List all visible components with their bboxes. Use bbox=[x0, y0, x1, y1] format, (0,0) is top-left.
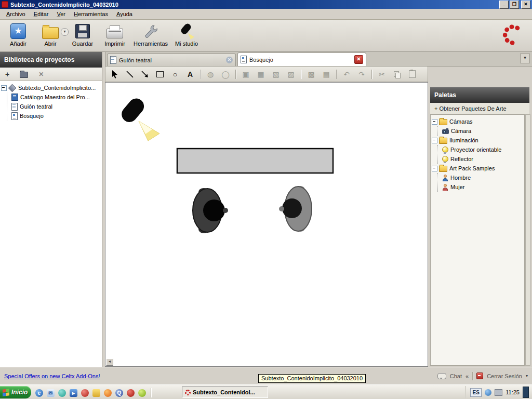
actor-dark-object[interactable] bbox=[193, 188, 228, 233]
firefox-icon[interactable] bbox=[104, 389, 112, 397]
show-desktop-corner[interactable] bbox=[523, 387, 529, 398]
add-item-icon[interactable] bbox=[5, 71, 9, 78]
maximize-button[interactable]: ❐ bbox=[510, 1, 519, 9]
folder-shortcut-icon[interactable] bbox=[92, 389, 100, 397]
logout-icon[interactable] bbox=[476, 373, 483, 379]
tools-button[interactable]: Herramientas bbox=[131, 22, 170, 47]
print-button[interactable]: Imprimir bbox=[99, 22, 131, 47]
palette-group-iluminacion[interactable]: Iluminación bbox=[432, 136, 523, 145]
open-button[interactable]: Abrir bbox=[34, 22, 66, 47]
wrench-icon bbox=[134, 22, 168, 40]
close-button[interactable]: ✕ bbox=[521, 1, 530, 9]
internet-explorer-icon[interactable]: e bbox=[35, 389, 43, 397]
chat-label[interactable]: Chat bbox=[450, 373, 462, 379]
cut-icon[interactable]: ✂ bbox=[377, 69, 387, 79]
rectangle-tool-icon[interactable] bbox=[155, 69, 165, 79]
expander-icon[interactable] bbox=[432, 119, 437, 125]
messenger-icon[interactable] bbox=[58, 389, 66, 397]
tree-item-project-root[interactable]: Subtexto_ContenidoImplicito... bbox=[1, 83, 101, 92]
add-button[interactable]: Añadir bbox=[2, 22, 34, 47]
woman-icon bbox=[442, 184, 448, 191]
mi-studio-button[interactable]: Mi studio bbox=[170, 22, 203, 47]
tree-item-guion-teatral[interactable]: Guión teatral bbox=[11, 102, 101, 111]
tab-close-icon[interactable] bbox=[226, 57, 233, 63]
palette-item-reflector[interactable]: Reflector bbox=[442, 154, 523, 164]
delete-item-icon[interactable] bbox=[38, 71, 44, 78]
arrow-tool-icon[interactable] bbox=[140, 69, 150, 79]
minimize-button[interactable]: _ bbox=[499, 1, 509, 9]
palette-item-hombre[interactable]: Hombre bbox=[442, 173, 523, 182]
tree-item-bosquejo[interactable]: Bosquejo bbox=[11, 111, 101, 121]
tab-close-icon[interactable] bbox=[354, 55, 363, 64]
acrobat-icon[interactable] bbox=[127, 389, 135, 397]
align-left-icon[interactable]: ▣ bbox=[241, 69, 251, 79]
tab-guion-teatral[interactable]: Guión teatral bbox=[107, 54, 236, 66]
actor-gray-object[interactable] bbox=[279, 186, 312, 232]
canvas-scroll-corner[interactable]: ◄ bbox=[106, 358, 113, 366]
new-folder-icon[interactable] bbox=[20, 72, 28, 78]
drawing-toolbar: ○ A ◍ ◯ ▣ ▦ ▧ ▨ ▩ ▤ ↶ ↷ ✂ bbox=[105, 66, 428, 82]
sketch-canvas[interactable]: ◄ bbox=[105, 82, 428, 367]
quicktime-icon[interactable]: Q bbox=[115, 389, 123, 397]
paste-icon[interactable] bbox=[407, 69, 417, 79]
window-titlebar: Subtexto_ContenidoImplicito_04032010 _ ❐… bbox=[0, 0, 532, 9]
language-indicator[interactable]: ES bbox=[470, 388, 482, 397]
bring-forward-icon[interactable]: ▧ bbox=[271, 69, 281, 79]
expander-icon[interactable] bbox=[432, 138, 437, 143]
palettes-tree: Cámaras Cámara Iluminación Proyector ori… bbox=[430, 114, 525, 366]
bulb-icon bbox=[442, 156, 448, 162]
mail-icon[interactable]: ✉ bbox=[47, 389, 55, 397]
select-tool-icon[interactable] bbox=[110, 69, 120, 79]
ungroup-icon[interactable]: ▤ bbox=[321, 69, 331, 79]
spotlight-icon bbox=[173, 22, 200, 40]
expander-icon[interactable] bbox=[1, 85, 7, 91]
menu-ayuda[interactable]: Ayuda bbox=[112, 10, 137, 18]
align-center-icon[interactable]: ▦ bbox=[256, 69, 266, 79]
tree-item-catalogo[interactable]: Catálogo Maestro del Pro... bbox=[11, 92, 101, 102]
get-art-packs-link[interactable]: + Obtener Paquetes De Arte bbox=[430, 103, 529, 114]
spotlight-object[interactable] bbox=[118, 95, 159, 141]
save-floppy-icon bbox=[75, 24, 90, 38]
palettes-scrollbar[interactable] bbox=[525, 114, 530, 366]
collapse-statusbar-icon[interactable] bbox=[466, 373, 469, 379]
text-tool-icon[interactable]: A bbox=[185, 69, 195, 79]
fill-color-icon[interactable]: ◍ bbox=[205, 69, 216, 79]
tab-overflow-dropdown-icon[interactable] bbox=[520, 54, 530, 63]
palette-group-camaras[interactable]: Cámaras bbox=[432, 117, 523, 126]
volume-tray-icon[interactable] bbox=[495, 389, 502, 396]
redo-icon[interactable]: ↷ bbox=[356, 69, 367, 79]
table-object[interactable] bbox=[177, 149, 333, 173]
menu-ver[interactable]: Ver bbox=[52, 10, 70, 18]
palette-item-camara[interactable]: Cámara bbox=[442, 126, 523, 136]
logout-dropdown-icon[interactable] bbox=[526, 374, 528, 378]
copy-icon[interactable] bbox=[392, 69, 402, 79]
menu-herramientas[interactable]: Herramientas bbox=[70, 10, 112, 18]
ellipse-tool-icon[interactable]: ○ bbox=[170, 69, 180, 79]
line-tool-icon[interactable] bbox=[125, 69, 135, 79]
tab-bosquejo[interactable]: Bosquejo bbox=[237, 52, 366, 66]
palette-group-art-pack[interactable]: Art Pack Samples bbox=[432, 164, 523, 173]
taskbar-clock[interactable]: 11:25 bbox=[506, 389, 520, 395]
chat-icon[interactable] bbox=[437, 373, 446, 379]
menu-archivo[interactable]: Archivo bbox=[2, 10, 30, 18]
palette-item-mujer[interactable]: Mujer bbox=[442, 182, 523, 192]
undo-icon[interactable]: ↶ bbox=[341, 69, 352, 79]
windows-taskbar: Inicio e ✉ ▸ Q Subtexto_ContenidoI... ES… bbox=[0, 384, 532, 399]
logout-label[interactable]: Cerrar Sesión bbox=[487, 373, 522, 379]
taskbar-task-celtx[interactable]: Subtexto_ContenidoI... bbox=[182, 387, 268, 398]
chat-app-icon[interactable] bbox=[138, 389, 146, 397]
save-button[interactable]: Guardar bbox=[66, 22, 99, 47]
group-icon[interactable]: ▩ bbox=[306, 69, 316, 79]
media-player-icon[interactable]: ▸ bbox=[70, 389, 77, 397]
stroke-color-icon[interactable]: ◯ bbox=[220, 69, 231, 79]
network-tray-icon[interactable] bbox=[485, 389, 491, 396]
menu-editar[interactable]: Editar bbox=[30, 10, 53, 18]
document-tabstrip: Guión teatral Bosquejo bbox=[104, 52, 532, 66]
expander-icon[interactable] bbox=[432, 166, 437, 171]
send-backward-icon[interactable]: ▨ bbox=[286, 69, 296, 79]
palette-item-proyector[interactable]: Proyector orientable bbox=[442, 145, 523, 154]
realplayer-icon[interactable] bbox=[81, 389, 89, 397]
catalog-icon bbox=[11, 94, 18, 101]
special-offers-link[interactable]: Special Offers on new Celtx Add-Ons! bbox=[4, 373, 100, 379]
start-button[interactable]: Inicio bbox=[0, 386, 31, 398]
